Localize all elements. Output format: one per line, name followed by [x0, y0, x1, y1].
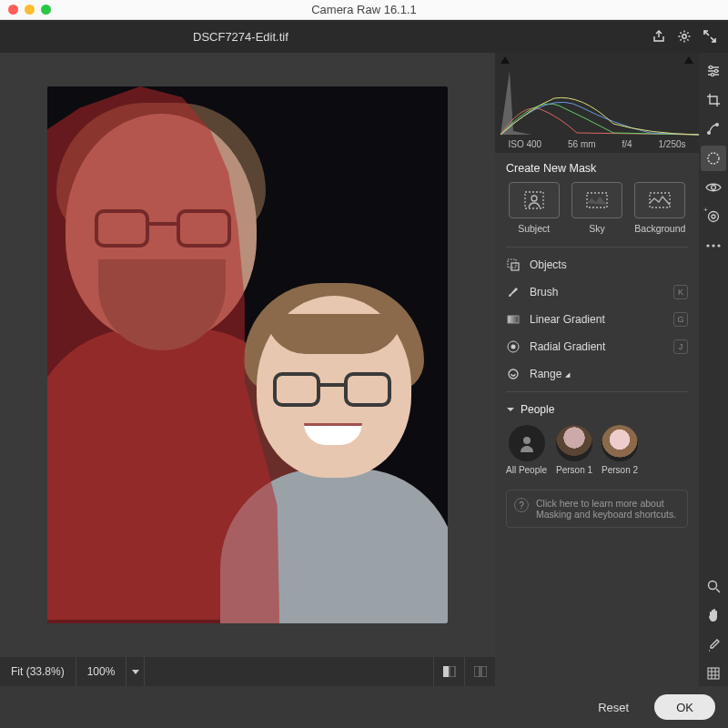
more-tools-icon[interactable] [701, 233, 726, 258]
right-panel: ISO 400 56 mm f/4 1/250s Create New Mask… [495, 53, 699, 686]
mask-subject-button[interactable]: Subject [506, 182, 561, 234]
exif-aperture: f/4 [622, 139, 632, 149]
zoom-fit-button[interactable]: Fit (33.8%) [0, 657, 76, 686]
svg-point-26 [712, 244, 714, 247]
tool-rail: + [699, 53, 728, 686]
mask-background-label: Background [634, 223, 685, 234]
svg-point-22 [712, 186, 716, 190]
brush-icon [506, 285, 521, 299]
fullscreen-icon[interactable] [697, 24, 723, 49]
mac-titlebar: Camera Raw 16.1.1 [0, 0, 728, 20]
people-section-toggle[interactable]: People [495, 396, 699, 420]
svg-point-27 [717, 244, 720, 247]
canvas-column: Fit (33.8%) 100% [0, 53, 495, 686]
svg-point-17 [714, 69, 717, 72]
svg-point-19 [716, 124, 719, 126]
svg-rect-29 [708, 668, 719, 679]
grid-toggle-icon[interactable] [701, 661, 726, 686]
svg-point-6 [531, 196, 537, 201]
export-icon[interactable] [646, 24, 672, 49]
svg-point-14 [509, 369, 518, 379]
photo-person-2 [257, 296, 448, 623]
mask-range-row[interactable]: Range ◢ [495, 360, 699, 388]
linear-gradient-icon [506, 312, 521, 327]
mask-range-label: Range [530, 368, 561, 380]
exif-iso: ISO 400 [508, 139, 541, 149]
svg-point-16 [709, 66, 712, 68]
hint-text: Click here to learn more about Masking a… [536, 498, 680, 520]
document-filename: DSCF7274-Edit.tif [193, 30, 288, 44]
mask-subject-label: Subject [518, 223, 550, 234]
shortcut-key: K [673, 285, 688, 299]
zoom-tool-icon[interactable] [701, 573, 726, 599]
help-icon: ? [514, 498, 529, 512]
edit-sliders-icon[interactable] [701, 58, 726, 84]
view-single-icon[interactable] [433, 657, 464, 686]
masking-help-hint[interactable]: ? Click here to learn more about Masking… [506, 490, 688, 528]
exif-row: ISO 400 56 mm f/4 1/250s [495, 139, 699, 149]
ok-button[interactable]: OK [654, 694, 715, 720]
mask-radial-label: Radial Gradient [530, 340, 664, 353]
mask-brush-label: Brush [530, 286, 664, 298]
dialog-footer: Reset OK [0, 686, 728, 728]
zoom-dropdown-icon[interactable] [126, 657, 145, 686]
svg-point-0 [682, 35, 686, 38]
radial-gradient-icon [506, 339, 521, 354]
mask-sky-button[interactable]: Sky [569, 182, 624, 234]
zoom-bar: Fit (33.8%) 100% [0, 657, 495, 686]
people-person2-button[interactable]: Person 2 [602, 425, 638, 475]
svg-point-24 [712, 215, 715, 218]
svg-rect-2 [450, 666, 455, 677]
people-all-label: All People [506, 465, 547, 475]
presets-icon[interactable]: + [701, 204, 726, 229]
svg-point-15 [523, 437, 531, 444]
svg-point-25 [706, 244, 709, 247]
mask-background-button[interactable]: Background [632, 182, 688, 234]
person2-avatar [602, 425, 638, 461]
histogram[interactable]: ISO 400 56 mm f/4 1/250s [495, 53, 699, 153]
document-header: DSCF7274-Edit.tif [0, 20, 728, 53]
mask-brush-row[interactable]: Brush K [495, 278, 699, 306]
image-canvas[interactable] [0, 53, 495, 657]
svg-point-20 [708, 132, 711, 135]
people-row: All People Person 1 Person 2 [495, 420, 699, 484]
svg-rect-5 [525, 192, 543, 208]
mask-quick-buttons: Subject Sky Background [495, 182, 699, 243]
people-person2-label: Person 2 [602, 465, 638, 475]
mask-objects-row[interactable]: Objects [495, 251, 699, 278]
healing-brush-icon[interactable] [701, 116, 726, 142]
svg-point-13 [511, 345, 516, 349]
svg-point-18 [711, 73, 713, 76]
view-compare-icon[interactable] [464, 657, 495, 686]
divider [506, 391, 688, 392]
masking-tool-icon[interactable] [701, 146, 726, 171]
color-sampler-icon[interactable] [701, 632, 726, 657]
hand-tool-icon[interactable] [701, 602, 726, 628]
reset-button[interactable]: Reset [581, 694, 645, 720]
zoom-100-button[interactable]: 100% [76, 657, 127, 686]
window-title: Camera Raw 16.1.1 [0, 3, 728, 16]
main-content: Fit (33.8%) 100% [0, 53, 728, 686]
objects-icon [506, 258, 521, 272]
people-all-button[interactable]: All People [506, 425, 547, 475]
mask-radial-row[interactable]: Radial Gradient J [495, 333, 699, 360]
redeye-tool-icon[interactable] [701, 175, 726, 200]
shortcut-key: G [673, 312, 688, 327]
crop-tool-icon[interactable] [701, 87, 726, 113]
exif-focal: 56 mm [568, 139, 596, 149]
create-mask-title: Create New Mask [495, 153, 699, 182]
mask-linear-row[interactable]: Linear Gradient G [495, 306, 699, 333]
exif-shutter: 1/250s [659, 139, 686, 149]
people-person1-button[interactable]: Person 1 [556, 425, 592, 475]
mask-linear-label: Linear Gradient [530, 313, 664, 326]
svg-rect-4 [481, 666, 487, 677]
people-person1-label: Person 1 [556, 465, 592, 475]
person1-avatar [556, 425, 592, 461]
chevron-down-icon [506, 405, 515, 414]
submenu-indicator-icon: ◢ [565, 371, 570, 378]
people-header-label: People [521, 403, 554, 416]
svg-point-23 [709, 212, 719, 222]
shortcut-key: J [673, 339, 688, 354]
settings-gear-icon[interactable] [672, 24, 697, 49]
mask-objects-label: Objects [530, 258, 688, 271]
